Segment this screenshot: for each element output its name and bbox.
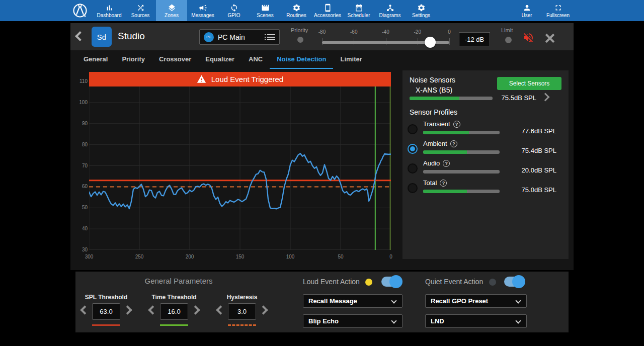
profile-value: 75.4dB SPL <box>522 147 556 154</box>
nav-item-label: Settings <box>412 13 430 18</box>
noise-sensors-title: Noise Sensors <box>410 76 455 84</box>
noise-sensors-panel: Noise Sensors Select Sensors X-ANS (B5) … <box>403 70 569 259</box>
nav-item-scenes[interactable]: Scenes <box>250 0 281 21</box>
nav-item-label: Accessories <box>314 13 341 18</box>
time-threshold-decrement[interactable] <box>148 305 157 314</box>
volume-tick-label: -80 <box>314 29 330 35</box>
sensor-profiles-title: Sensor Profiles <box>410 108 457 116</box>
warning-icon <box>197 74 206 84</box>
loud-action-dropdown[interactable]: Recall Message <box>303 294 403 308</box>
zones-icon <box>168 4 176 12</box>
profile-bar <box>423 131 500 134</box>
nav-item-dashboard[interactable]: Dashboard <box>94 0 125 21</box>
nav-item-settings[interactable]: Settings <box>406 0 437 21</box>
profile-bar <box>423 170 500 174</box>
x-tick-label: 200 <box>182 254 197 260</box>
diagrams-icon <box>386 4 394 12</box>
zone-badge[interactable]: Sd <box>92 27 112 47</box>
audio-radio[interactable] <box>408 163 418 174</box>
nav-item-fullscreen[interactable]: Fullscreen <box>542 0 574 21</box>
nav-item-scheduler[interactable]: Scheduler <box>343 0 374 21</box>
nav-items: DashboardSourcesZonesMessagesGPIOScenesR… <box>94 0 437 21</box>
spl-threshold-decrement[interactable] <box>80 305 89 314</box>
loud-event-action-label: Loud Event Action <box>303 278 360 286</box>
profile-label: Transient <box>423 120 450 128</box>
nav-item-label: GPIO <box>227 13 240 18</box>
profile-bar <box>423 190 500 193</box>
tab-limiter[interactable]: Limiter <box>333 50 369 69</box>
loud-event-toggle[interactable] <box>381 277 401 287</box>
transient-radio[interactable] <box>408 124 418 134</box>
spl-threshold-field[interactable] <box>92 303 120 320</box>
ambient-radio[interactable] <box>408 144 418 154</box>
profile-value: 77.6dB SPL <box>522 127 556 135</box>
tab-crossover[interactable]: Crossover <box>152 50 198 69</box>
nav-item-label: Messages <box>191 13 214 18</box>
nav-item-gpio[interactable]: GPIO <box>218 0 250 21</box>
close-icon[interactable] <box>544 33 554 43</box>
back-button[interactable] <box>75 31 85 41</box>
limit-label: Limit <box>501 27 513 33</box>
spl-threshold-label: SPL Threshold <box>76 294 136 301</box>
hysteresis-label: Hysteresis <box>212 294 272 301</box>
volume-value-field[interactable] <box>459 32 490 46</box>
y-tick-label: 40 <box>75 226 88 231</box>
tab-anc[interactable]: ANC <box>242 50 270 69</box>
quiet-event-toggle[interactable] <box>504 277 524 287</box>
profile-label: Audio <box>423 159 440 167</box>
scheduler-icon <box>355 4 363 12</box>
messages-icon <box>199 4 207 12</box>
x-tick-label: 100 <box>283 254 298 260</box>
sensor-expand-chevron-icon[interactable] <box>541 93 550 102</box>
chevron-down-icon <box>391 318 396 323</box>
profile-bar <box>423 150 500 154</box>
select-sensors-button[interactable]: Select Sensors <box>497 77 561 90</box>
nav-item-messages[interactable]: Messages <box>187 0 218 21</box>
nav-item-label: Routines <box>286 13 306 18</box>
accessories-icon <box>324 4 332 12</box>
time-threshold-increment[interactable] <box>191 305 200 314</box>
help-icon[interactable]: ? <box>440 180 447 187</box>
nav-item-accessories[interactable]: Accessories <box>312 0 343 21</box>
zone-tabs: GeneralPriorityCrossoverEqualizerANCNois… <box>76 50 369 69</box>
sensor-level-bar <box>410 97 493 100</box>
spl-threshold-increment[interactable] <box>123 305 132 314</box>
nav-item-diagrams[interactable]: Diagrams <box>374 0 406 21</box>
total-radio[interactable] <box>408 183 418 193</box>
x-tick-label: 250 <box>132 254 147 260</box>
y-tick-label: 70 <box>75 163 88 168</box>
help-icon[interactable]: ? <box>450 140 457 147</box>
time-threshold-field[interactable] <box>160 303 188 320</box>
top-nav-bar: DashboardSourcesZonesMessagesGPIOScenesR… <box>0 0 644 21</box>
quiet-action-dropdown[interactable]: Recall GPO Preset <box>425 294 527 308</box>
nav-item-user[interactable]: User <box>511 0 542 21</box>
tab-general[interactable]: General <box>76 50 115 69</box>
nav-item-label: Sources <box>131 13 150 18</box>
hysteresis-field[interactable] <box>228 303 256 320</box>
nav-item-routines[interactable]: Routines <box>281 0 312 21</box>
nav-item-label: Diagrams <box>379 13 401 18</box>
atlas-logo-icon <box>71 2 89 19</box>
dashboard-icon <box>105 4 114 12</box>
help-icon[interactable]: ? <box>453 121 460 128</box>
volume-slider-thumb[interactable] <box>425 37 436 48</box>
tab-noise-detection[interactable]: Noise Detection <box>270 50 333 69</box>
tab-priority[interactable]: Priority <box>115 50 152 69</box>
source-avatar: PC <box>204 32 214 42</box>
source-name: PC Main <box>218 33 263 41</box>
quiet-target-dropdown[interactable]: LND <box>425 314 527 328</box>
help-icon[interactable]: ? <box>443 160 450 167</box>
zone-title: Studio <box>118 31 145 42</box>
x-tick-label: 50 <box>333 254 348 260</box>
profile-label: Ambient <box>423 140 447 147</box>
hysteresis-increment[interactable] <box>259 305 268 314</box>
mute-icon[interactable] <box>522 32 534 44</box>
loud-target-dropdown[interactable]: Blip Echo <box>303 314 403 328</box>
tab-equalizer[interactable]: Equalizer <box>198 50 242 69</box>
source-selector[interactable]: PC PC Main <box>199 29 280 45</box>
nav-item-sources[interactable]: Sources <box>125 0 156 21</box>
quiet-action-value: Recall GPO Preset <box>431 297 488 305</box>
nav-item-zones[interactable]: Zones <box>156 0 187 21</box>
nav-right-items: UserFullscreen <box>511 0 574 21</box>
hysteresis-decrement[interactable] <box>216 305 225 314</box>
